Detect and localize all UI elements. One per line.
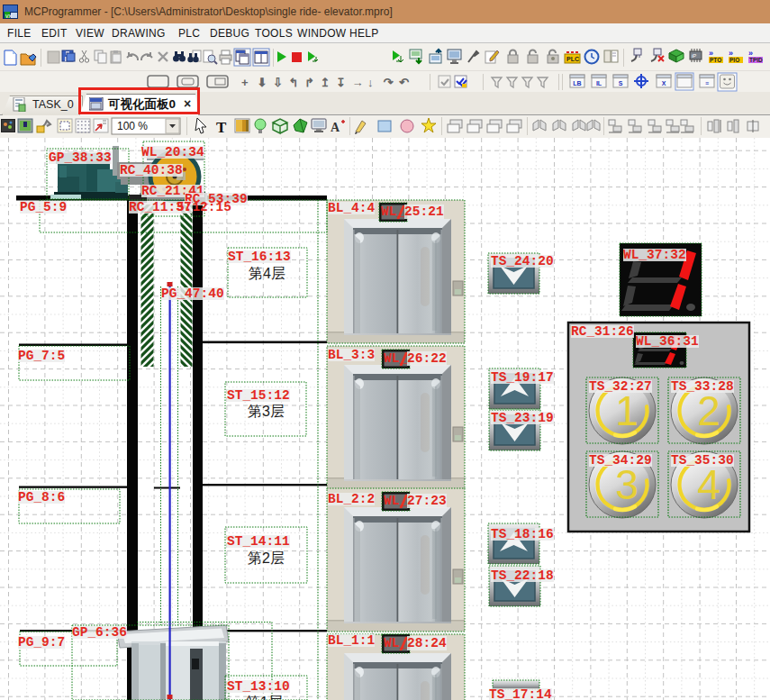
svg-text:PIO: PIO: [729, 57, 739, 63]
svg-text:→: →: [352, 76, 364, 89]
svg-text:LB: LB: [573, 80, 581, 86]
svg-text:⇩: ⇩: [273, 76, 283, 89]
svg-text:↷: ↷: [384, 76, 394, 89]
svg-text:vx: vx: [5, 13, 13, 19]
svg-text:IL: IL: [596, 80, 602, 86]
svg-text:↶: ↶: [399, 76, 410, 89]
svg-text:↰: ↰: [289, 76, 299, 89]
svg-text:⬇: ⬇: [258, 76, 267, 89]
svg-text:A: A: [331, 121, 340, 134]
svg-text:iP: iP: [692, 53, 696, 59]
svg-text:3: 3: [615, 461, 639, 508]
svg-text:↥: ↥: [321, 76, 331, 89]
svg-text:≡: ≡: [705, 80, 709, 86]
svg-text:X: X: [662, 80, 666, 86]
svg-text:↓: ↓: [367, 76, 374, 89]
svg-text:100 %: 100 %: [117, 120, 148, 132]
svg-text:4: 4: [697, 461, 720, 508]
svg-text:↱: ↱: [304, 76, 314, 89]
svg-text:↧: ↧: [336, 76, 346, 89]
svg-text:+: +: [241, 76, 249, 89]
svg-text:2: 2: [697, 387, 720, 434]
svg-text:T: T: [216, 119, 227, 136]
svg-text:S: S: [619, 80, 623, 86]
svg-text:PLC: PLC: [566, 56, 579, 62]
svg-text:PTO: PTO: [710, 57, 721, 63]
svg-text:TPID: TPID: [749, 57, 763, 63]
svg-text:1: 1: [615, 387, 639, 434]
